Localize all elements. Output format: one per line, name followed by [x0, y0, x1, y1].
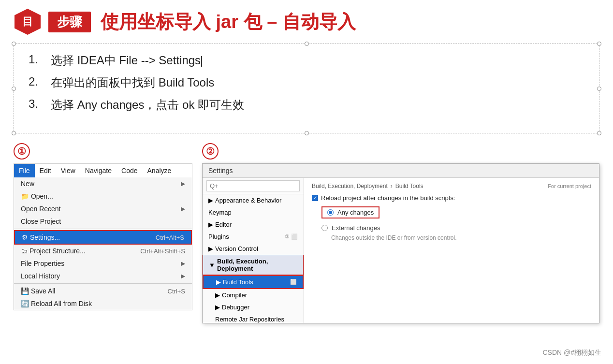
menu-reload-disk[interactable]: 🔄 Reload All from Disk: [14, 297, 192, 310]
watermark: CSDN @#栩栩如生: [542, 349, 601, 357]
tree-remote-jar[interactable]: Remote Jar Repositories: [203, 313, 304, 323]
tree-build-tools-label: Build Tools: [223, 278, 253, 286]
menu-open-recent[interactable]: Open Recent ▶: [14, 203, 192, 215]
tree-debugger[interactable]: ▶ Debugger: [203, 301, 304, 313]
menu-new-label: New: [21, 180, 34, 188]
chevron-down-icon: ▼: [209, 262, 215, 269]
settings-breadcrumb: Build, Execution, Deployment › Build Too…: [312, 183, 591, 189]
tree-remote-jar-label: Remote Jar Repositories: [215, 316, 284, 323]
tree-compiler[interactable]: ▶ Compiler: [203, 289, 304, 301]
panel1: ① File Edit View Navigate Code Analyze N…: [14, 143, 192, 310]
settings-sidebar: ▶ Appearance & Behavior Keymap ▶ Editor …: [203, 178, 304, 323]
list-item: 2. 在弹出的面板中找到 Build Tools: [29, 75, 584, 90]
chevron-right-icon: ▶: [208, 245, 213, 252]
menu-project-structure-label: 🗂 Project Structure...: [21, 247, 86, 255]
settings-dialog: Settings ▶ Appearance & Behavior Keymap: [202, 163, 599, 323]
chevron-right-icon: ▶: [208, 221, 213, 228]
menu-save-all-label: 💾 Save All: [21, 287, 55, 295]
breadcrumb-build: Build, Execution, Deployment: [312, 183, 388, 189]
list-item: 3. 选择 Any changes，点击 ok 即可生效: [29, 97, 584, 113]
content-list: 1. 选择 IDEA中 File --> Settings 2. 在弹出的面板中…: [29, 53, 584, 113]
tree-compiler-label: Compiler: [222, 291, 247, 299]
tree-plugins[interactable]: Plugins ② ⬜: [203, 231, 304, 243]
tree-editor[interactable]: ▶ Editor: [203, 218, 304, 231]
search-input[interactable]: [206, 180, 300, 191]
item-text: 在弹出的面板中找到 Build Tools: [51, 75, 214, 90]
tree-plugins-label: Plugins: [208, 233, 229, 240]
for-project-label: For current project: [548, 183, 591, 189]
menu-bar: File Edit View Navigate Code Analyze: [14, 163, 192, 177]
menu-file-properties[interactable]: File Properties ▶: [14, 257, 192, 270]
item-text: 选择 IDEA中 File --> Settings: [51, 53, 203, 68]
menu-separator: [14, 229, 192, 229]
content-box: 1. 选择 IDEA中 File --> Settings 2. 在弹出的面板中…: [14, 44, 599, 133]
list-item: 1. 选择 IDEA中 File --> Settings: [29, 53, 584, 68]
menu-analyze[interactable]: Analyze: [143, 164, 176, 177]
menu-open[interactable]: 📁 Open...: [14, 190, 192, 203]
menu-file-properties-label: File Properties: [21, 260, 64, 267]
header: 目 步骤 使用坐标导入 jar 包 – 自动导入: [0, 0, 613, 40]
breadcrumb-end: Build Tools: [395, 183, 423, 189]
menu-settings-shortcut: Ctrl+Alt+S: [156, 234, 184, 241]
menu-file[interactable]: File: [14, 164, 35, 177]
tree-version-control-label: Version Control: [215, 245, 258, 252]
tree-build-execution[interactable]: ▼ Build, Execution, Deployment: [203, 255, 304, 275]
menu-save-all-shortcut: Ctrl+S: [168, 288, 185, 295]
header-icon: 目: [15, 9, 41, 35]
item-num: 2.: [29, 75, 42, 90]
chevron-right-icon: ▶: [215, 304, 220, 311]
menu-settings[interactable]: ⚙ Settings... Ctrl+Alt+S: [14, 230, 192, 245]
handle-tc: [305, 42, 309, 46]
header-badge: 步骤: [48, 12, 91, 32]
chevron-right-icon: ▶: [208, 197, 213, 204]
arrow-icon: ▶: [181, 180, 185, 187]
arrow-icon: ▶: [181, 205, 185, 212]
external-changes-option[interactable]: External changes: [321, 224, 591, 232]
external-changes-radio[interactable]: [321, 225, 328, 231]
menu-code[interactable]: Code: [117, 164, 142, 177]
settings-title: Settings: [208, 167, 233, 175]
handle-bc: [305, 131, 309, 135]
breadcrumb-arrow: ›: [391, 183, 393, 189]
menu-reload-disk-label: 🔄 Reload All from Disk: [21, 300, 92, 307]
any-changes-radio[interactable]: [327, 209, 334, 216]
menu-separator2: [14, 283, 192, 284]
menu-view[interactable]: View: [56, 164, 80, 177]
any-changes-option[interactable]: Any changes: [321, 206, 379, 218]
handle-ml: [12, 87, 16, 91]
tree-version-control[interactable]: ▶ Version Control: [203, 243, 304, 255]
menu-settings-label: ⚙ Settings...: [22, 233, 60, 241]
tree-appearance-label: Appearance & Behavior: [215, 197, 281, 204]
tree-editor-label: Editor: [215, 221, 232, 228]
any-changes-label: Any changes: [337, 209, 374, 216]
tree-build-tools[interactable]: ▶ Build Tools ⬜: [203, 275, 304, 289]
menu-edit[interactable]: Edit: [35, 164, 56, 177]
header-icon-text: 目: [22, 15, 33, 29]
menu-local-history-label: Local History: [21, 272, 60, 280]
menu-open-recent-label: Open Recent: [21, 205, 61, 213]
handle-tl: [12, 42, 16, 46]
settings-search: [203, 178, 304, 194]
circle-num-1: ①: [14, 143, 30, 160]
header-title: 使用坐标导入 jar 包 – 自动导入: [101, 10, 356, 34]
item-num: 3.: [29, 97, 42, 113]
tree-keymap[interactable]: Keymap: [203, 206, 304, 218]
menu-close-project-label: Close Project: [21, 218, 61, 225]
menu-open-label: 📁 Open...: [21, 192, 53, 200]
reload-checkbox[interactable]: ✓: [312, 195, 318, 201]
reload-label: ✓ Reload project after changes in the bu…: [312, 194, 591, 202]
settings-main: Build, Execution, Deployment › Build Too…: [304, 178, 599, 323]
arrow-icon: ▶: [181, 260, 185, 267]
menu-close-project[interactable]: Close Project: [14, 215, 192, 228]
menu-new[interactable]: New ▶: [14, 177, 192, 190]
tree-debugger-label: Debugger: [222, 304, 249, 311]
tree-build-execution-label: Build, Execution, Deployment: [217, 258, 297, 272]
file-menu-dropdown: New ▶ 📁 Open... Open Recent ▶ Close Proj…: [14, 177, 192, 310]
menu-project-structure[interactable]: 🗂 Project Structure... Ctrl+Alt+Shift+S: [14, 245, 192, 257]
settings-tree: ▶ Appearance & Behavior Keymap ▶ Editor …: [203, 194, 304, 323]
menu-navigate[interactable]: Navigate: [80, 164, 117, 177]
menu-save-all[interactable]: 💾 Save All Ctrl+S: [14, 285, 192, 297]
menu-local-history[interactable]: Local History ▶: [14, 270, 192, 282]
item-text: 选择 Any changes，点击 ok 即可生效: [51, 97, 244, 113]
tree-appearance[interactable]: ▶ Appearance & Behavior: [203, 194, 304, 206]
